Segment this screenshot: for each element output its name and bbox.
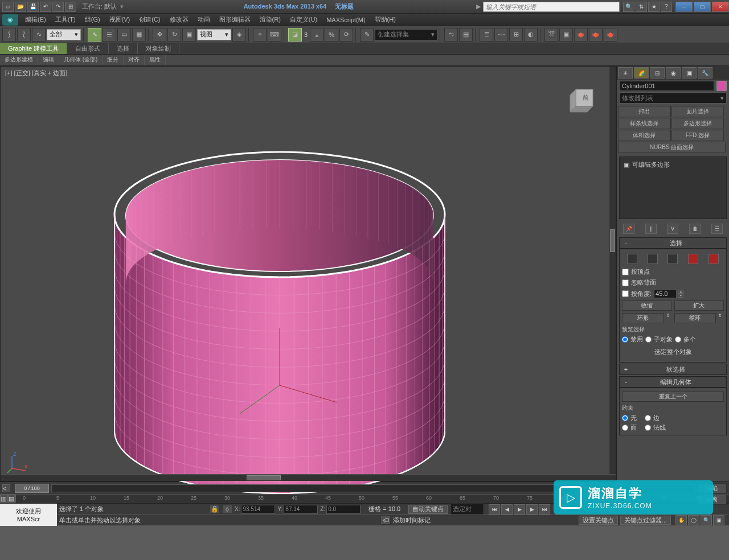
polygon-subobj-icon[interactable]	[688, 254, 698, 264]
menu-maxscript[interactable]: MAXScript(M)	[322, 17, 370, 23]
menu-tools[interactable]: 工具(T)	[51, 15, 80, 24]
menu-help[interactable]: 帮助(H)	[370, 15, 400, 24]
add-time-tag[interactable]: 添加时间标记	[393, 516, 431, 525]
maximize-button[interactable]: ▢	[694, 2, 711, 12]
workspace-label[interactable]: 工作台: 默认	[79, 2, 120, 11]
by-angle-check[interactable]	[622, 290, 629, 297]
zoom-icon[interactable]: 🔍	[701, 515, 712, 525]
refcoord-dropdown[interactable]: 视图▾	[197, 29, 231, 40]
close-button[interactable]: ✕	[712, 2, 729, 12]
next-frame-icon[interactable]: ▶	[526, 504, 538, 514]
open-icon[interactable]: 📂	[15, 2, 26, 12]
time-tag-icon[interactable]: 🏷	[380, 516, 391, 525]
border-subobj-icon[interactable]	[667, 254, 678, 264]
menu-views[interactable]: 视图(V)	[105, 15, 135, 24]
menu-group[interactable]: 组(G)	[80, 15, 105, 24]
help-icon[interactable]: ?	[661, 2, 672, 12]
constraint-none-radio[interactable]	[622, 415, 628, 421]
element-subobj-icon[interactable]	[708, 254, 719, 264]
viewcube[interactable]: 前	[564, 84, 599, 118]
mod-btn-poly[interactable]: 多边形选择	[671, 118, 724, 129]
expand-icon[interactable]: ▣	[623, 161, 630, 168]
schematic-icon[interactable]: ⊞	[509, 28, 523, 42]
ribbon-tab-selection[interactable]: 选择	[109, 43, 138, 54]
goto-end-icon[interactable]: ⏭	[539, 504, 550, 514]
render-prod-icon[interactable]: 🫖	[589, 28, 603, 42]
pin-stack-icon[interactable]: 📌	[623, 224, 634, 234]
vertex-subobj-icon[interactable]	[627, 254, 637, 264]
manipulate-icon[interactable]: ✧	[253, 28, 267, 42]
subtab-subdiv[interactable]: 细分	[103, 55, 124, 65]
project-icon[interactable]: ⊞	[65, 2, 76, 12]
display-tab-icon[interactable]: ▣	[682, 67, 697, 79]
play-icon[interactable]: ▶	[514, 504, 525, 514]
preview-off-radio[interactable]	[622, 336, 628, 343]
selection-filter-dropdown[interactable]: 全部▾	[47, 29, 81, 40]
align-icon[interactable]: ▤	[459, 28, 473, 42]
goto-start-icon[interactable]: ⏮	[489, 504, 500, 514]
mod-btn-ffd[interactable]: FFD 选择	[671, 130, 724, 141]
modify-tab-icon[interactable]: 🌈	[634, 67, 649, 79]
menu-create[interactable]: 创建(C)	[134, 15, 165, 24]
angle-snap-icon[interactable]: ⟁	[310, 28, 323, 42]
preview-multi-radio[interactable]	[675, 336, 681, 343]
menu-rendering[interactable]: 渲染(R)	[255, 15, 285, 24]
rotate-icon[interactable]: ↻	[167, 28, 181, 42]
undo-icon[interactable]: ↶	[40, 2, 51, 12]
render-icon[interactable]: 🫖	[574, 28, 588, 42]
pivot-icon[interactable]: ◈	[232, 28, 246, 42]
menu-modifiers[interactable]: 修改器	[165, 15, 193, 24]
mod-btn-patch[interactable]: 面片选择	[671, 106, 724, 117]
ribbon-tab-paint[interactable]: 对象绘制	[138, 43, 179, 54]
edge-subobj-icon[interactable]	[648, 254, 658, 264]
orbit-icon[interactable]: ◯	[688, 515, 699, 525]
viewport-scrollbar-h[interactable]	[1, 474, 616, 481]
constraint-normal-radio[interactable]	[645, 425, 651, 431]
menu-grapheditors[interactable]: 图形编辑器	[215, 15, 255, 24]
mirror-icon[interactable]: ⇋	[444, 28, 458, 42]
maxview-icon[interactable]: ▣	[713, 515, 724, 525]
loop-button[interactable]: 循环	[674, 313, 716, 323]
track-expand-icon[interactable]: ▥	[0, 495, 8, 503]
redo-icon[interactable]: ↷	[52, 2, 64, 12]
hierarchy-tab-icon[interactable]: ⊟	[650, 67, 665, 79]
pan-icon[interactable]: ✋	[675, 515, 687, 525]
rollout-softsel[interactable]: +软选择	[619, 364, 727, 375]
viewport-scrollbar-v[interactable]	[609, 67, 616, 474]
window-cross-icon[interactable]: ▦	[132, 28, 146, 42]
ignore-backface-check[interactable]	[622, 279, 629, 286]
menu-edit[interactable]: 编辑(E)	[21, 15, 51, 24]
new-icon[interactable]: ▱	[2, 2, 14, 12]
minimize-button[interactable]: ─	[675, 2, 693, 12]
select-icon[interactable]: ⬉	[88, 28, 101, 42]
link-icon[interactable]: ⟆	[2, 28, 16, 42]
utilities-tab-icon[interactable]: 🔧	[698, 67, 712, 79]
mod-btn-vol[interactable]: 体积选择	[618, 130, 671, 141]
preview-sub-radio[interactable]	[645, 336, 652, 343]
subtab-align[interactable]: 对齐	[124, 55, 145, 65]
constraint-edge-radio[interactable]	[645, 415, 651, 421]
snap-toggle-icon[interactable]: ◪	[288, 28, 302, 42]
layers-icon[interactable]: ≣	[480, 28, 493, 42]
star-icon[interactable]: ★	[648, 2, 660, 12]
ribbon-tab-freeform[interactable]: 自由形式	[67, 43, 109, 54]
app-icon[interactable]: ◉	[2, 14, 18, 26]
setkey-button[interactable]: 设置关键点	[579, 516, 618, 525]
stack-item-editpoly[interactable]: ▣ 可编辑多边形	[622, 159, 724, 170]
constraint-face-radio[interactable]	[622, 425, 628, 431]
exchange-icon[interactable]: ⇅	[636, 2, 647, 12]
bind-icon[interactable]: ∿	[32, 28, 46, 42]
unlink-icon[interactable]: ⟅	[17, 28, 31, 42]
mod-btn-spline[interactable]: 样条线选择	[618, 118, 671, 129]
modifier-stack[interactable]: ▣ 可编辑多边形	[619, 157, 727, 219]
render-frame-icon[interactable]: ▣	[559, 28, 573, 42]
named-selset-dropdown[interactable]: 创建选择集▾	[375, 29, 437, 40]
shrink-button[interactable]: 收缩	[622, 300, 672, 311]
subtab-edit[interactable]: 编辑	[38, 55, 59, 65]
motion-tab-icon[interactable]: ◉	[666, 67, 681, 79]
timeline-toggle[interactable]: <	[2, 484, 10, 492]
select-name-icon[interactable]: ☰	[103, 28, 116, 42]
by-vertex-check[interactable]	[622, 269, 629, 275]
configure-icon[interactable]: ☰	[711, 224, 723, 234]
material-editor-icon[interactable]: ◐	[524, 28, 538, 42]
